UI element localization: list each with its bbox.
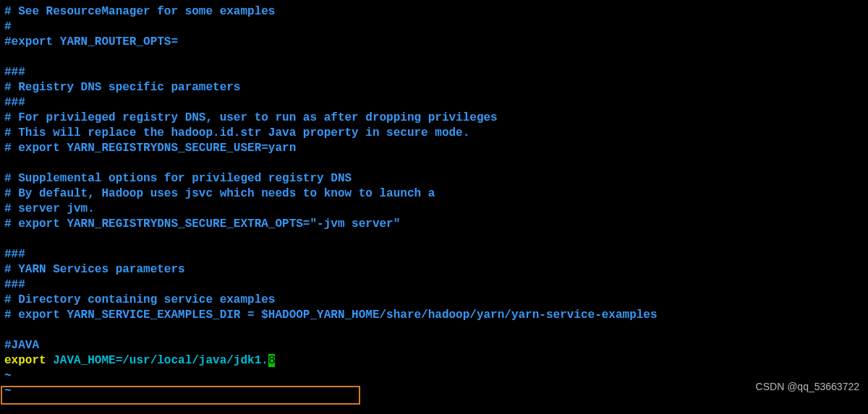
code-line: # — [4, 20, 864, 35]
code-line: ### — [4, 247, 864, 262]
code-line: # export YARN_REGISTRYDNS_SECURE_USER=ya… — [4, 141, 864, 156]
code-line: #JAVA — [4, 338, 864, 353]
tilde-line: ~ — [4, 384, 864, 399]
export-space — [46, 354, 54, 367]
terminal-viewport[interactable]: # See ResourceManager for some examples … — [0, 0, 868, 399]
code-line: # For privileged registry DNS, user to r… — [4, 111, 864, 126]
code-line: # Directory containing service examples — [4, 293, 864, 308]
code-line — [4, 156, 864, 171]
export-line: export JAVA_HOME=/usr/local/java/jdk1.8 — [4, 353, 864, 368]
code-line: ### — [4, 95, 864, 111]
code-line — [4, 232, 864, 247]
code-line: ### — [4, 277, 864, 293]
code-line: # YARN Services parameters — [4, 262, 864, 277]
cursor: 8 — [268, 354, 276, 367]
code-line: # Supplemental options for privileged re… — [4, 171, 864, 186]
code-line: ### — [4, 65, 864, 80]
code-line — [4, 323, 864, 338]
code-line: # See ResourceManager for some examples — [4, 4, 864, 20]
watermark: CSDN @qq_53663722 — [756, 379, 859, 394]
code-line: # server jvm. — [4, 202, 864, 217]
code-line: # By default, Hadoop uses jsvc which nee… — [4, 186, 864, 202]
code-line — [4, 50, 864, 65]
tilde-line: ~ — [4, 368, 864, 384]
export-assignment: JAVA_HOME=/usr/local/java/jdk1. — [53, 354, 268, 367]
code-line: #export YARN_ROUTER_OPTS= — [4, 35, 864, 50]
code-line: # This will replace the hadoop.id.str Ja… — [4, 126, 864, 141]
code-line: # export YARN_SERVICE_EXAMPLES_DIR = $HA… — [4, 308, 864, 323]
code-line: # Registry DNS specific parameters — [4, 80, 864, 95]
export-keyword: export — [4, 354, 46, 367]
code-line: # export YARN_REGISTRYDNS_SECURE_EXTRA_O… — [4, 217, 864, 232]
